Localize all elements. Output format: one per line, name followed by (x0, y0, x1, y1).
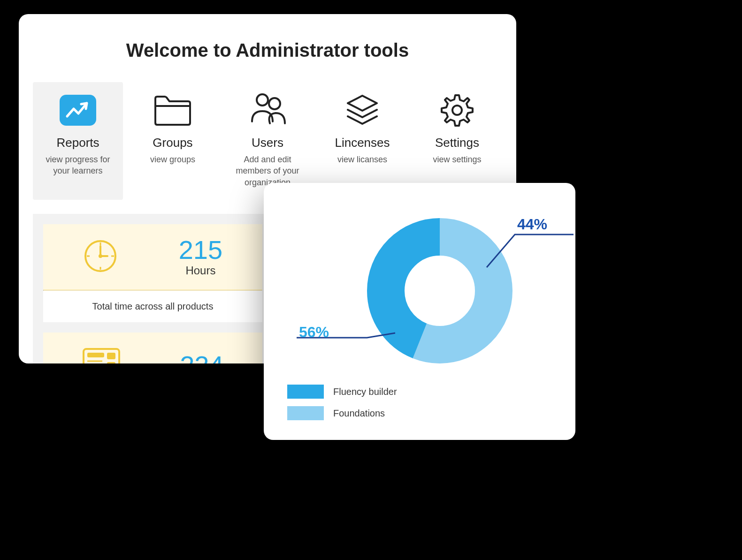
nav-item-licenses[interactable]: Lincenses view licanses (317, 82, 407, 200)
metric-card-total-time[interactable]: 215 Hours Total time across all products (43, 224, 262, 322)
legend-swatch-fluency (287, 385, 324, 399)
donut-pct-foundations: 56% (299, 324, 329, 341)
users-icon (227, 91, 308, 129)
svg-point-3 (269, 98, 280, 109)
nav-label-licenses: Lincenses (322, 136, 403, 150)
nav-item-users[interactable]: Users Add and edit members of your organ… (222, 82, 313, 200)
nav-sub-settings: view settings (417, 154, 497, 165)
reports-icon (38, 91, 118, 129)
nav-label-groups: Groups (132, 136, 213, 150)
metric-value-224: 224 (180, 352, 223, 363)
nav-sub-licenses: view licanses (322, 154, 403, 165)
nav-sub-groups: view groups (132, 154, 213, 165)
donut-chart: 44% 56% (278, 192, 561, 380)
nav-item-groups[interactable]: Groups view groups (128, 82, 218, 200)
legend-label-fluency: Fluency builder (333, 386, 397, 397)
folder-icon (132, 91, 213, 129)
metric-card-224[interactable]: 224 (43, 333, 262, 363)
dashboard-icon (82, 347, 121, 363)
legend-item-fluency: Fluency builder (287, 385, 561, 399)
svg-point-2 (257, 94, 268, 106)
nav-item-reports[interactable]: Reports view progress for your learners (33, 82, 123, 200)
clock-icon (83, 239, 118, 275)
page-title: Welcome to Administrator tools (33, 40, 502, 61)
metric-caption-total-time: Total time across all products (43, 291, 262, 322)
legend-swatch-foundations (287, 406, 324, 420)
metric-value-hours: 215 (179, 237, 222, 263)
nav-label-users: Users (227, 136, 308, 150)
chart-panel: 44% 56% Fluency builder Foundations (264, 183, 575, 440)
svg-rect-26 (107, 362, 115, 363)
nav-item-settings[interactable]: Settings view settings (412, 82, 502, 200)
svg-point-4 (452, 106, 462, 115)
layers-icon (322, 91, 403, 129)
legend-item-foundations: Foundations (287, 406, 561, 420)
svg-rect-0 (60, 95, 96, 126)
metric-unit-hours: Hours (179, 264, 222, 277)
chart-legend: Fluency builder Foundations (287, 385, 561, 420)
nav-sub-reports: view progress for your learners (38, 154, 118, 177)
nav-label-settings: Settings (417, 136, 497, 150)
svg-rect-22 (87, 353, 104, 357)
nav-row: Reports view progress for your learners … (33, 82, 502, 200)
gear-icon (417, 91, 497, 129)
nav-label-reports: Reports (38, 136, 118, 150)
donut-pct-fluency: 44% (517, 216, 547, 233)
legend-label-foundations: Foundations (333, 408, 385, 419)
svg-rect-23 (107, 353, 115, 359)
